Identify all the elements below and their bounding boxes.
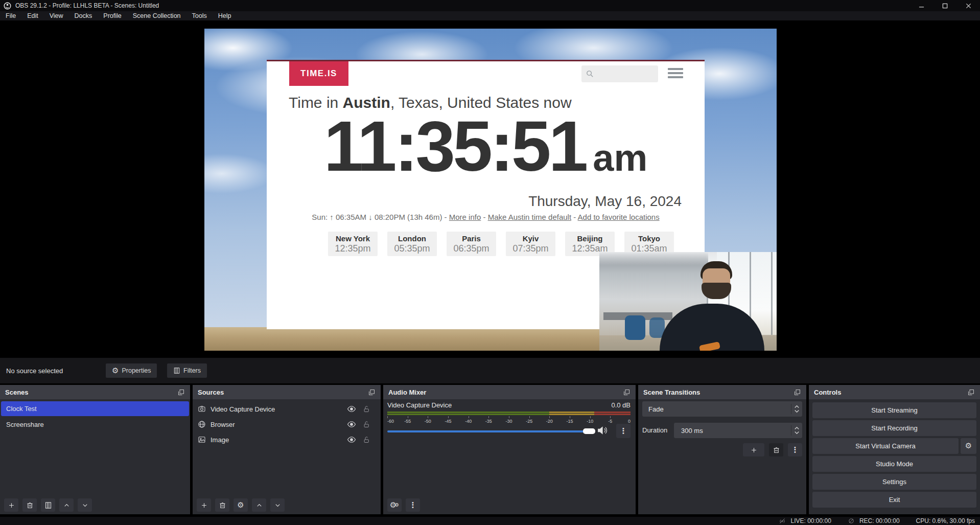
lock-icon[interactable]: [363, 436, 370, 444]
timeis-search-box: [581, 65, 658, 82]
lock-icon[interactable]: [363, 405, 370, 413]
start-streaming-button[interactable]: Start Streaming: [812, 402, 976, 418]
window-title: OBS 29.1.2 - Profile: LLHLS BETA - Scene…: [15, 2, 159, 9]
city-box: Kyiv 07:35pm: [506, 232, 555, 256]
audio-mixer-header: Audio Mixer: [383, 385, 636, 399]
transitions-toolbar: ⋮: [743, 443, 802, 456]
mixer-toolbar: ⚙⚙ ⋮: [387, 498, 420, 512]
add-source-button[interactable]: [197, 498, 211, 512]
start-recording-button[interactable]: Start Recording: [812, 420, 976, 436]
preview-area: TIME.IS Time in Austin, Texas, United St…: [0, 20, 980, 358]
volume-slider-handle[interactable]: [583, 428, 595, 434]
volume-slider[interactable]: [387, 428, 593, 435]
source-row[interactable]: Browser: [193, 417, 381, 432]
scenes-dock-header: Scenes: [0, 385, 190, 399]
statusbar: LIVE: 00:00:00 REC: 00:00:00 CPU: 0.6%, …: [0, 517, 980, 525]
virtual-camera-settings-button[interactable]: ⚙: [961, 438, 976, 454]
remove-source-button[interactable]: [215, 498, 229, 512]
menu-item-view[interactable]: View: [44, 11, 69, 20]
scenes-toolbar: [4, 498, 92, 512]
popout-icon[interactable]: [967, 389, 975, 396]
meter-scale: -60 -55 -50 -45 -40 -35 -30 -25 -20 -15 …: [387, 416, 631, 424]
move-scene-down-button[interactable]: [78, 498, 92, 512]
filters-button[interactable]: Filters: [167, 363, 207, 378]
timeis-sun-line: Sun: ↑ 06:35AM ↓ 08:20PM (13h 46m) - Mor…: [267, 213, 705, 221]
speaker-icon[interactable]: [597, 425, 608, 436]
minimize-button[interactable]: [909, 0, 933, 11]
volume-meter: [387, 412, 631, 416]
menu-item-help[interactable]: Help: [213, 11, 237, 20]
gear-icon: ⚙: [965, 442, 972, 450]
timeis-clock: 11:35:51 am: [267, 108, 705, 184]
transition-select[interactable]: Fade: [642, 401, 802, 417]
scene-row[interactable]: Clock Test: [1, 401, 189, 416]
menu-item-scene-collection[interactable]: Scene Collection: [127, 11, 186, 20]
camera-icon: [198, 405, 206, 413]
popout-icon[interactable]: [368, 389, 376, 396]
channel-menu-button[interactable]: ⋮: [616, 424, 631, 438]
city-box: London 05:35pm: [387, 232, 437, 256]
visibility-eye-icon[interactable]: [347, 420, 356, 429]
titlebar: OBS 29.1.2 - Profile: LLHLS BETA - Scene…: [0, 0, 980, 11]
spinner-arrows-icon[interactable]: [791, 425, 802, 436]
sources-dock: Sources Video Capture Device Browser Ima…: [193, 385, 381, 514]
mixer-channel-name: Video Capture Device: [387, 401, 452, 409]
gear-icon: ⚙: [112, 367, 119, 375]
webcam-overlay: [599, 252, 777, 351]
source-row[interactable]: Video Capture Device: [193, 401, 381, 417]
close-button[interactable]: [956, 0, 980, 11]
maximize-button[interactable]: [933, 0, 956, 11]
duration-input[interactable]: 300 ms: [674, 423, 802, 438]
menubar: File Edit View Docks Profile Scene Colle…: [0, 11, 980, 20]
visibility-eye-icon[interactable]: [347, 435, 356, 444]
city-box: New York 12:35pm: [328, 232, 378, 256]
add-transition-button[interactable]: [743, 443, 764, 456]
menu-item-tools[interactable]: Tools: [186, 11, 213, 20]
visibility-eye-icon[interactable]: [347, 404, 356, 414]
duration-label: Duration: [642, 423, 667, 438]
image-icon: [198, 436, 206, 444]
popout-icon[interactable]: [623, 389, 631, 396]
menu-item-edit[interactable]: Edit: [21, 11, 44, 20]
transition-menu-button[interactable]: ⋮: [788, 443, 802, 456]
scene-row[interactable]: Screenshare: [1, 417, 189, 432]
sources-toolbar: ⚙: [197, 498, 285, 512]
move-scene-up-button[interactable]: [59, 498, 74, 512]
move-source-up-button[interactable]: [252, 498, 266, 512]
obs-logo-icon: [4, 2, 11, 10]
start-virtual-camera-button[interactable]: Start Virtual Camera: [812, 438, 959, 454]
select-arrows-icon: [791, 404, 802, 414]
rec-timer: REC: 00:00:00: [859, 517, 900, 524]
menu-item-docks[interactable]: Docks: [69, 11, 98, 20]
move-source-down-button[interactable]: [270, 498, 285, 512]
scene-filters-button[interactable]: [41, 498, 55, 512]
program-canvas[interactable]: TIME.IS Time in Austin, Texas, United St…: [204, 29, 777, 351]
menu-item-file[interactable]: File: [0, 11, 21, 20]
mixer-menu-button[interactable]: ⋮: [406, 498, 420, 512]
lock-icon[interactable]: [363, 421, 370, 428]
advanced-audio-button[interactable]: ⚙⚙: [387, 498, 402, 512]
mixer-level-value: 0.0 dB: [611, 401, 631, 409]
popout-icon[interactable]: [177, 389, 185, 396]
person-beard: [702, 283, 731, 299]
source-row[interactable]: Image: [193, 432, 381, 447]
search-icon: [586, 70, 594, 78]
transitions-header: Scene Transitions: [638, 385, 806, 399]
cpu-fps-stats: CPU: 0.6%, 30.00 fps: [916, 517, 975, 524]
popout-icon[interactable]: [794, 389, 801, 396]
timeis-date: Thursday, May 16, 2024: [528, 193, 682, 210]
add-scene-button[interactable]: [4, 498, 18, 512]
exit-button[interactable]: Exit: [812, 492, 976, 508]
remove-transition-button[interactable]: [769, 443, 783, 456]
settings-button[interactable]: Settings: [812, 474, 976, 490]
clock-meridiem: am: [593, 136, 647, 179]
studio-mode-button[interactable]: Studio Mode: [812, 456, 976, 472]
timeis-logo: TIME.IS: [289, 61, 348, 86]
menu-item-profile[interactable]: Profile: [98, 11, 127, 20]
scenes-dock: Scenes Clock Test Screenshare: [0, 385, 190, 514]
filter-icon: [173, 367, 180, 374]
properties-button[interactable]: ⚙ Properties: [106, 363, 157, 378]
sources-list: Video Capture Device Browser Image: [193, 399, 381, 447]
remove-scene-button[interactable]: [22, 498, 37, 512]
source-properties-button[interactable]: ⚙: [234, 498, 248, 512]
